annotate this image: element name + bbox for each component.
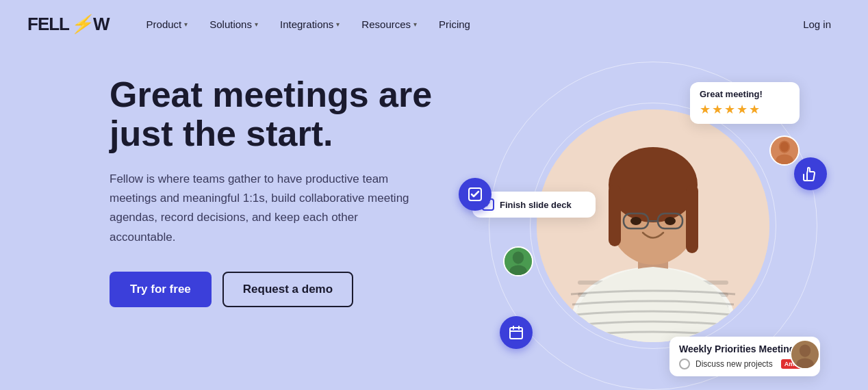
request-demo-button[interactable]: Request a demo — [222, 272, 353, 307]
hero-person-circle — [537, 109, 769, 342]
try-for-free-button[interactable]: Try for free — [110, 272, 212, 307]
nav-resources-label: Resources — [361, 18, 411, 30]
avatar-person-svg-3 — [791, 341, 819, 368]
nav-solutions[interactable]: Solutions ▾ — [200, 13, 268, 36]
svg-point-8 — [609, 147, 698, 222]
nav-integrations-label: Integrations — [280, 18, 333, 30]
chevron-down-icon: ▾ — [184, 21, 188, 28]
star-3: ★ — [724, 102, 735, 117]
hero-section: Great meetings are just the start. Fello… — [0, 48, 868, 390]
calendar-icon — [508, 324, 524, 341]
nav-pricing-label: Pricing — [439, 18, 470, 30]
svg-point-15 — [665, 217, 676, 225]
avatar-bottom-right — [790, 339, 820, 369]
star-rating: ★ ★ ★ ★ ★ — [700, 102, 790, 117]
svg-rect-9 — [609, 185, 621, 246]
great-meeting-card: Great meeting! ★ ★ ★ ★ ★ — [690, 82, 800, 124]
star-5: ★ — [749, 102, 760, 117]
svg-point-14 — [630, 217, 641, 225]
navigation: FELL⚡W Product ▾ Solutions ▾ Integration… — [0, 0, 868, 48]
star-1: ★ — [700, 102, 711, 117]
svg-point-18 — [780, 142, 789, 152]
thumbs-up-icon — [802, 166, 819, 182]
meeting-item-circle — [679, 359, 690, 369]
nav-links: Product ▾ Solutions ▾ Integrations ▾ Res… — [137, 13, 794, 36]
avatar-person-svg — [771, 137, 798, 164]
chevron-down-icon: ▾ — [413, 21, 417, 28]
star-4: ★ — [737, 102, 748, 117]
logo-slash: ⚡ — [71, 14, 92, 35]
svg-point-21 — [513, 251, 524, 263]
avatar-top-right — [769, 135, 800, 166]
avatar-mid-left — [503, 246, 533, 276]
logo-text-before: FELL — [27, 14, 69, 35]
meeting-item-text: Discuss new projects — [695, 359, 773, 369]
hero-description: Fellow is where teams gather to have pro… — [110, 170, 411, 246]
great-meeting-title: Great meeting! — [700, 89, 790, 99]
logo[interactable]: FELL⚡W — [27, 14, 110, 35]
svg-rect-24 — [510, 328, 522, 339]
chevron-down-icon: ▾ — [255, 21, 258, 28]
nav-solutions-label: Solutions — [209, 18, 252, 30]
hero-left: Great meetings are just the start. Fello… — [110, 62, 465, 390]
hero-buttons: Try for free Request a demo — [110, 272, 465, 307]
login-link[interactable]: Log in — [793, 13, 841, 36]
checkmark-icon — [467, 186, 483, 203]
thumbsup-icon-button[interactable] — [794, 157, 827, 190]
nav-integrations[interactable]: Integrations ▾ — [270, 13, 349, 36]
chevron-down-icon: ▾ — [336, 21, 340, 28]
nav-pricing[interactable]: Pricing — [429, 13, 480, 36]
hero-title: Great meetings are just the start. — [110, 75, 465, 153]
hero-person-svg — [537, 109, 769, 342]
check-icon-button[interactable] — [459, 178, 492, 211]
nav-resources[interactable]: Resources ▾ — [352, 13, 426, 36]
nav-product[interactable]: Product ▾ — [137, 13, 198, 36]
nav-product-label: Product — [146, 18, 182, 30]
logo-text-after: W — [93, 14, 110, 35]
hero-illustration: Great meeting! ★ ★ ★ ★ ★ ✓ Finish slide … — [465, 62, 841, 390]
calendar-icon-button[interactable] — [500, 316, 533, 349]
svg-rect-10 — [686, 185, 698, 253]
svg-point-29 — [800, 344, 810, 356]
task-label: Finish slide deck — [500, 200, 572, 210]
star-2: ★ — [712, 102, 723, 117]
avatar-person-svg-2 — [505, 248, 532, 275]
